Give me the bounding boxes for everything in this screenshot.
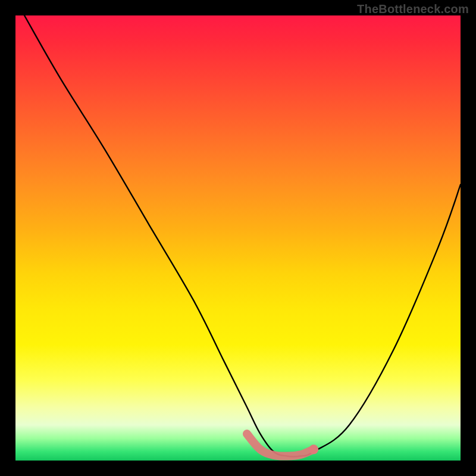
- plateau-end-knot: [309, 444, 318, 454]
- bottleneck-curve-line: [24, 15, 461, 457]
- curve-svg: [15, 15, 461, 461]
- plot-area: [15, 15, 461, 461]
- chart-frame: TheBottleneck.com: [0, 0, 476, 476]
- plateau-highlight: [247, 434, 314, 456]
- watermark-text: TheBottleneck.com: [357, 2, 469, 16]
